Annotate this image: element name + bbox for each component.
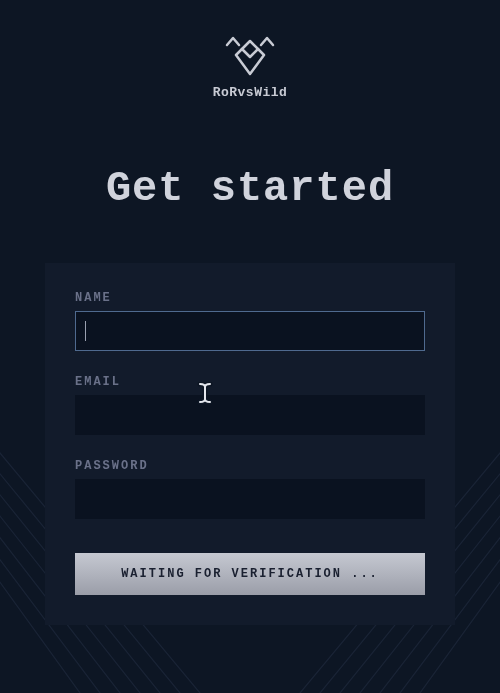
password-label: PASSWORD xyxy=(75,459,425,473)
svg-marker-0 xyxy=(242,41,258,57)
page-heading: Get started xyxy=(0,165,500,213)
text-caret xyxy=(85,321,86,341)
logo-section: RoRvsWild xyxy=(0,0,500,100)
signup-form: NAME EMAIL PASSWORD WAITING FOR VERIFICA… xyxy=(45,263,455,625)
password-field-group: PASSWORD xyxy=(75,459,425,519)
brand-logo-icon xyxy=(225,35,275,77)
password-input[interactable] xyxy=(75,479,425,519)
brand-name: RoRvsWild xyxy=(213,85,288,100)
email-input[interactable] xyxy=(75,395,425,435)
submit-button[interactable]: WAITING FOR VERIFICATION ... xyxy=(75,553,425,595)
email-label: EMAIL xyxy=(75,375,425,389)
name-label: NAME xyxy=(75,291,425,305)
name-input[interactable] xyxy=(75,311,425,351)
name-field-group: NAME xyxy=(75,291,425,351)
email-field-group: EMAIL xyxy=(75,375,425,435)
